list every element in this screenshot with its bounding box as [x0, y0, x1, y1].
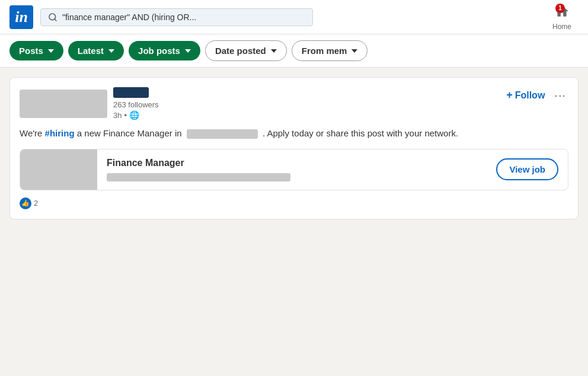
- posts-filter-button[interactable]: Posts: [9, 41, 63, 60]
- redacted-location: [187, 129, 258, 139]
- home-nav-label: Home: [552, 23, 571, 31]
- post-body: We're #hiring a new Finance Manager in .…: [20, 127, 568, 141]
- from-members-chevron-icon: [351, 49, 357, 53]
- job-card-details: Finance Manager: [97, 149, 487, 190]
- post-card: 263 followers 3h • 🌐 + Follow ··· We're: [9, 77, 579, 219]
- linkedin-logo[interactable]: in: [9, 5, 33, 29]
- search-bar-container: [40, 8, 313, 26]
- post-author-info: 263 followers 3h • 🌐: [20, 87, 159, 120]
- reaction-icon: 👍: [20, 197, 31, 209]
- job-card-cta: View job: [487, 149, 568, 190]
- date-posted-chevron-icon: [271, 49, 277, 53]
- company-name-blur: [107, 173, 290, 181]
- date-posted-filter-button[interactable]: Date posted: [205, 40, 287, 61]
- hashtag-hiring[interactable]: #hiring: [45, 128, 75, 138]
- post-header: 263 followers 3h • 🌐 + Follow ···: [20, 87, 568, 120]
- post-footer: 👍 2: [20, 197, 568, 209]
- post-time: 3h • 🌐: [113, 110, 159, 120]
- svg-line-1: [55, 19, 56, 21]
- latest-filter-button[interactable]: Latest: [68, 41, 124, 60]
- header: in 1 Home: [0, 0, 588, 34]
- search-input[interactable]: [62, 12, 305, 22]
- search-icon: [48, 12, 57, 22]
- author-name-blur: [113, 87, 149, 98]
- from-members-filter-button[interactable]: From mem: [292, 40, 368, 61]
- job-title: Finance Manager: [107, 158, 477, 168]
- company-logo: [20, 149, 97, 190]
- notification-badge: 1: [555, 4, 565, 13]
- main-content: 263 followers 3h • 🌐 + Follow ··· We're: [0, 68, 588, 234]
- author-meta: 263 followers 3h • 🌐: [113, 87, 159, 120]
- filter-bar: Posts Latest Job posts Date posted From …: [0, 34, 588, 68]
- more-options-button[interactable]: ···: [552, 87, 568, 103]
- home-nav-item[interactable]: 1 Home: [545, 1, 579, 33]
- posts-chevron-icon: [48, 49, 54, 53]
- post-actions: + Follow ···: [506, 87, 568, 103]
- author-avatar: [20, 90, 107, 118]
- followers-text: 263 followers: [113, 100, 159, 109]
- home-icon-wrapper: 1: [554, 4, 570, 21]
- globe-icon: 🌐: [129, 110, 139, 120]
- view-job-button[interactable]: View job: [496, 158, 558, 180]
- reaction-count: 2: [34, 199, 38, 208]
- header-right: 1 Home: [545, 1, 579, 33]
- follow-button[interactable]: + Follow: [506, 89, 545, 101]
- latest-chevron-icon: [108, 49, 114, 53]
- job-card: Finance Manager View job: [20, 149, 568, 190]
- job-posts-filter-button[interactable]: Job posts: [129, 41, 200, 60]
- linkedin-logo-text: in: [15, 9, 28, 25]
- job-posts-chevron-icon: [185, 49, 191, 53]
